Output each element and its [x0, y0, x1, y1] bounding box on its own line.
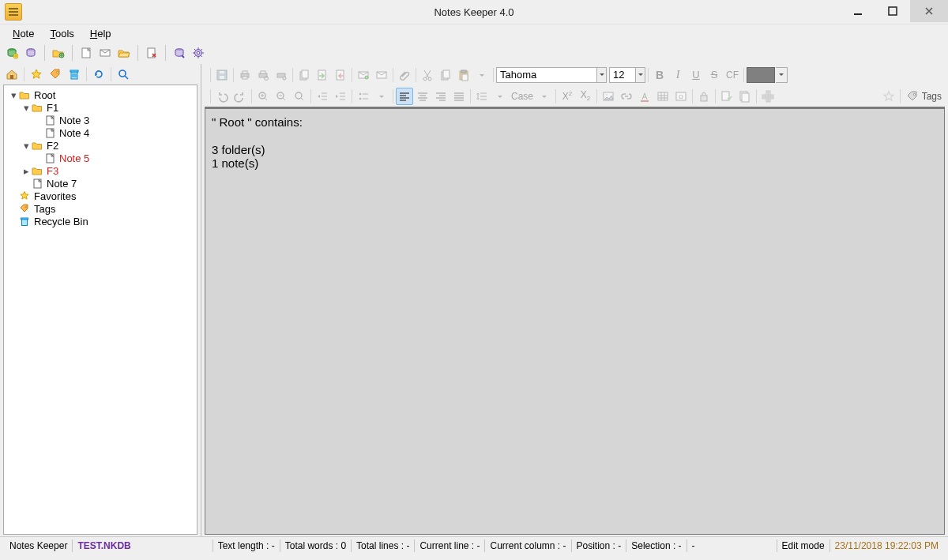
favorite-outline-icon[interactable]: [880, 88, 897, 105]
history-icon[interactable]: [736, 88, 754, 105]
highlight-color-picker[interactable]: [747, 67, 775, 83]
collapse-icon[interactable]: ▾: [21, 141, 31, 150]
chevron-down-icon[interactable]: [776, 67, 788, 83]
collapse-icon[interactable]: ▾: [21, 103, 31, 112]
maximize-button[interactable]: [875, 0, 910, 22]
collapse-icon[interactable]: ▾: [9, 90, 18, 100]
menu-tools[interactable]: Tools: [42, 26, 81, 41]
home-icon[interactable]: [3, 66, 21, 83]
save-icon[interactable]: [213, 66, 231, 84]
superscript-icon[interactable]: X2: [559, 88, 576, 105]
settings-icon[interactable]: [190, 44, 207, 62]
new-note-icon[interactable]: [77, 44, 95, 62]
note-content[interactable]: " Root " contains: 3 folder(s) 1 note(s): [205, 107, 945, 535]
tree-tags[interactable]: Tags: [9, 202, 197, 215]
list-menu-icon[interactable]: [373, 88, 390, 105]
statusbar: Notes Keeper TEST.NKDB Text length : - T…: [0, 536, 948, 554]
insert-symbol-icon[interactable]: Ω: [672, 88, 690, 105]
case-menu-icon[interactable]: [536, 88, 553, 105]
chevron-down-icon[interactable]: [635, 68, 645, 82]
tree-note5[interactable]: Note 5: [34, 152, 197, 164]
print-setup-icon[interactable]: [273, 66, 290, 84]
send-mail-icon[interactable]: [373, 66, 390, 84]
close-button[interactable]: [910, 0, 948, 22]
case-button[interactable]: Case: [510, 88, 535, 105]
cut-icon[interactable]: [419, 66, 436, 84]
tree-f2[interactable]: ▾ F2: [21, 139, 197, 152]
bold-icon[interactable]: B: [651, 66, 668, 84]
recycle-icon[interactable]: [66, 66, 83, 83]
insert-image-icon[interactable]: [600, 88, 617, 105]
search-icon[interactable]: [115, 66, 132, 83]
spell-icon[interactable]: [718, 88, 735, 105]
paste-menu-icon[interactable]: [473, 66, 491, 84]
tree-toolbar: [0, 64, 201, 85]
expand-icon[interactable]: ▸: [21, 166, 31, 175]
print-icon[interactable]: [236, 66, 254, 84]
tree-root[interactable]: ▾ Root: [9, 88, 197, 101]
minimize-button[interactable]: [841, 0, 875, 22]
tree-view[interactable]: ▾ Root ▾ F1 Note 3: [3, 85, 198, 535]
align-center-icon[interactable]: [414, 88, 431, 105]
redo-icon[interactable]: [231, 88, 249, 105]
font-size-combo[interactable]: [609, 67, 645, 83]
menu-help[interactable]: Help: [82, 26, 119, 41]
delete-note-icon[interactable]: [143, 44, 160, 62]
refresh-icon[interactable]: [90, 66, 107, 83]
align-left-icon[interactable]: [396, 88, 413, 105]
import-icon[interactable]: [314, 66, 331, 84]
insert-link-icon[interactable]: [618, 88, 635, 105]
print-preview-icon[interactable]: [254, 66, 272, 84]
insert-table-icon[interactable]: [654, 88, 672, 105]
line-spacing-menu-icon[interactable]: [491, 88, 509, 105]
copy-icon[interactable]: [437, 66, 454, 84]
indent-increase-icon[interactable]: [332, 88, 349, 105]
zoom-in-icon[interactable]: [254, 88, 272, 105]
font-family-input[interactable]: [497, 68, 596, 82]
tree-recycle[interactable]: Recycle Bin: [9, 215, 197, 227]
chevron-down-icon[interactable]: [596, 68, 606, 82]
align-right-icon[interactable]: [432, 88, 450, 105]
bookmark-icon[interactable]: [759, 88, 777, 105]
status-total-words: Total words : 0: [280, 539, 351, 552]
undo-icon[interactable]: [213, 88, 231, 105]
copy-note-icon[interactable]: [295, 66, 313, 84]
tags-button[interactable]: Tags: [903, 90, 945, 103]
new-mail-icon[interactable]: [355, 66, 372, 84]
attachment-icon[interactable]: [396, 66, 413, 84]
underline-icon[interactable]: U: [687, 66, 705, 84]
tree-note3[interactable]: Note 3: [34, 114, 197, 126]
tree-note7[interactable]: Note 7: [21, 177, 197, 190]
subscript-icon[interactable]: X2: [577, 88, 594, 105]
tree-f1[interactable]: ▾ F1: [21, 101, 197, 114]
open-db-icon[interactable]: [22, 44, 40, 62]
line-spacing-icon[interactable]: [473, 88, 491, 105]
svg-rect-1: [889, 7, 897, 15]
strike-icon[interactable]: S: [705, 66, 723, 84]
tree-f3[interactable]: ▸ F3: [21, 164, 197, 177]
tree-favorites[interactable]: Favorites: [9, 190, 197, 202]
new-folder-icon[interactable]: [50, 44, 67, 62]
clear-format-icon[interactable]: CF: [724, 66, 741, 84]
new-db-icon[interactable]: [3, 44, 21, 62]
lock-icon[interactable]: [695, 88, 713, 105]
svg-point-53: [359, 97, 362, 100]
export-icon[interactable]: [332, 66, 349, 84]
indent-decrease-icon[interactable]: [314, 88, 331, 105]
italic-icon[interactable]: I: [669, 66, 687, 84]
tree-note4[interactable]: Note 4: [34, 126, 197, 139]
tag-icon[interactable]: [47, 66, 64, 83]
font-family-combo[interactable]: [496, 67, 607, 83]
db-tools-icon[interactable]: [171, 44, 188, 62]
font-color-icon[interactable]: [636, 88, 653, 105]
open-folder-icon[interactable]: [115, 44, 133, 62]
zoom-out-icon[interactable]: [273, 88, 290, 105]
align-justify-icon[interactable]: [450, 88, 468, 105]
zoom-reset-icon[interactable]: [291, 88, 308, 105]
font-size-input[interactable]: [610, 68, 635, 82]
list-bullet-icon[interactable]: [355, 88, 372, 105]
open-note-icon[interactable]: [96, 44, 114, 62]
favorite-star-icon[interactable]: [28, 66, 45, 83]
paste-icon[interactable]: [455, 66, 472, 84]
menu-note[interactable]: Note: [5, 26, 42, 41]
